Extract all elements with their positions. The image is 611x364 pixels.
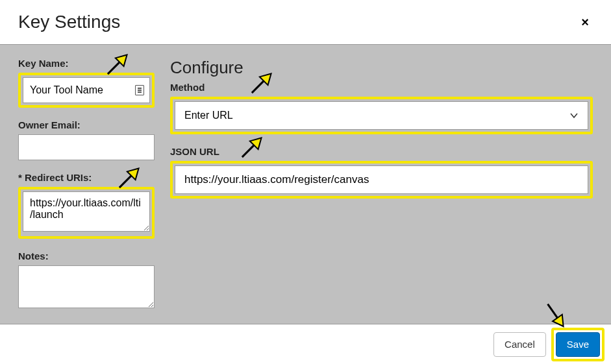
key-name-label: Key Name: [18, 58, 155, 69]
json-url-label: JSON URL [170, 146, 593, 157]
method-value: Enter URL [184, 110, 233, 121]
dialog-footer: Cancel Save [0, 324, 611, 364]
configure-title: Configure [170, 58, 593, 78]
autofill-icon [135, 85, 144, 95]
dialog-title: Key Settings [18, 12, 120, 32]
save-highlight: Save [551, 328, 605, 361]
dialog-body: Key Name: Owner Email: * Redirect URIs: [0, 45, 611, 330]
redirect-uris-highlight [18, 187, 155, 239]
notes-group: Notes: [18, 250, 155, 311]
json-url-highlight [170, 161, 593, 199]
redirect-uris-label: * Redirect URIs: [18, 172, 155, 183]
method-highlight: Enter URL [170, 97, 593, 134]
chevron-down-icon [569, 111, 579, 120]
cancel-button[interactable]: Cancel [493, 332, 546, 357]
json-url-group: JSON URL [170, 146, 593, 199]
notes-label: Notes: [18, 250, 155, 261]
key-name-input[interactable] [23, 77, 150, 103]
close-icon[interactable]: × [577, 16, 593, 29]
save-button[interactable]: Save [556, 332, 600, 357]
right-column: Configure Method Enter URL [170, 58, 593, 311]
method-label: Method [170, 82, 593, 93]
key-name-group: Key Name: [18, 58, 155, 108]
owner-email-input[interactable] [18, 134, 155, 160]
owner-email-group: Owner Email: [18, 119, 155, 160]
method-select[interactable]: Enter URL [175, 101, 588, 130]
json-url-input[interactable] [175, 165, 588, 194]
left-column: Key Name: Owner Email: * Redirect URIs: [18, 58, 155, 311]
redirect-uris-input[interactable] [23, 191, 150, 232]
dialog-header: Key Settings × [0, 0, 611, 45]
notes-input[interactable] [18, 265, 155, 308]
owner-email-label: Owner Email: [18, 119, 155, 130]
method-group: Method Enter URL [170, 82, 593, 134]
redirect-uris-group: * Redirect URIs: [18, 172, 155, 239]
key-name-highlight [18, 73, 155, 108]
